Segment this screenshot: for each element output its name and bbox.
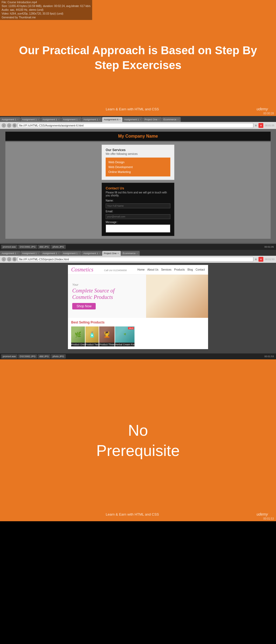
back-button[interactable]: ‹: [2, 123, 6, 128]
file-info: File: Course Introduction.mp4 Size: 1105…: [0, 0, 92, 20]
taskbar-photo[interactable]: photo.JPG: [51, 245, 66, 249]
slide1-footer: Learn & Earn with HTML and CSS udemy: [0, 107, 276, 111]
service-web-design: Web Design: [108, 160, 168, 165]
forward-button[interactable]: ›: [7, 123, 11, 128]
taskbar-1: promo4.wav DSC0082.JPG ddd.JPG photo.JPG…: [0, 244, 276, 250]
hero-image: [146, 275, 208, 318]
tab-assignment1-5[interactable]: Assignment 1×: [82, 117, 102, 122]
tab-assignment1-3[interactable]: Assignment 1×: [41, 117, 61, 122]
services-subtitle: We offer following services: [106, 152, 170, 155]
product-three-label: Product Three: [99, 343, 115, 346]
slide1-heading: Our Practical Approach is Based on Step …: [0, 43, 276, 73]
best-selling-title: Best Selling Products: [71, 321, 205, 324]
message-input[interactable]: [106, 224, 170, 233]
forward-button-2[interactable]: ›: [7, 257, 11, 261]
tab-project-one[interactable]: Project One×: [143, 117, 162, 122]
product-three-wrap: 💆 Product Three: [99, 326, 115, 346]
cosmetics-hero: Your Complete Source ofCosmetic Products…: [68, 275, 208, 318]
taskbar2-promo[interactable]: promo4.wav: [1, 354, 18, 359]
tab-assignment6[interactable]: Assignment 6×: [102, 117, 123, 122]
taskbar-dsc[interactable]: DSC0082.JPG: [18, 245, 37, 249]
product-two-wrap: 🧴 Product Two: [85, 326, 99, 346]
cosmetics-menu: Home About Us Services Products Blog Con…: [137, 268, 205, 271]
menu-blog[interactable]: Blog: [188, 268, 193, 271]
tab2-a2[interactable]: Assignment 1×: [20, 251, 41, 256]
bookmark-icon-2[interactable]: ★: [254, 257, 257, 261]
website-content-1: My Company Name Our Services We offer fo…: [0, 129, 276, 243]
browser-1: Assignment 1× Assignment 1× Assignment 1…: [0, 116, 276, 244]
products-grid: 🌿 Product One 🧴 Product Two 💆 Product Th…: [71, 326, 205, 346]
address-bar-2[interactable]: file:///F:/c/HTML-CSS/project-2/index.ht…: [18, 257, 253, 262]
browser2-tabs: Assignment 1× Assignment 1× Assignment 1…: [0, 250, 276, 256]
slide2-timestamp: 00:01:53: [263, 517, 274, 520]
browser1-tabs: Assignment 1× Assignment 1× Assignment 1…: [0, 116, 276, 122]
taskbar2-dsc[interactable]: DSC0082.JPG: [18, 354, 37, 359]
tab-ecommerce[interactable]: Ecommerce×: [162, 117, 181, 122]
tab-assignment1-2[interactable]: Assignment 1×: [20, 117, 41, 122]
slide2-heading: NoPrerequisite: [96, 420, 180, 461]
services-title: Our Services: [106, 148, 170, 152]
herbal-label: Herbal Cream For: [115, 343, 134, 346]
products-section: Best Selling Products 🌿 Product One 🧴 Pr…: [68, 318, 208, 349]
tab-assignment1-1[interactable]: Assignment 1×: [0, 117, 20, 122]
menu-products[interactable]: Products: [174, 268, 185, 271]
product-three-image: 💆: [99, 326, 115, 343]
close-button-2[interactable]: ✕: [258, 257, 263, 262]
email-input[interactable]: [106, 214, 170, 219]
taskbar-ddd[interactable]: ddd.JPG: [38, 245, 50, 249]
tab-assignment1-4[interactable]: Assignment 1×: [61, 117, 82, 122]
taskbar2-photo[interactable]: photo.JPG: [51, 354, 66, 359]
cosmetics-nav: Cosmetics Call Us! 0123456658 Home About…: [68, 265, 208, 275]
slide2-brand: udemy: [257, 512, 268, 516]
company-header: My Company Name: [5, 132, 271, 141]
sale-badge: SALE: [128, 327, 134, 329]
slide1-brand: udemy: [257, 107, 268, 111]
cosmetics-hero-left: Your Complete Source ofCosmetic Products…: [68, 275, 146, 318]
cosmetics-wrapper: Cosmetics Call Us! 0123456658 Home About…: [0, 263, 276, 352]
services-list: Web Design Web Development Online Market…: [106, 158, 170, 176]
taskbar2-time: 00:01:53: [264, 355, 275, 358]
browser-2: Assignment 1× Assignment 1× Assignment 1…: [0, 250, 276, 353]
taskbar2-ddd[interactable]: ddd.JPG: [38, 354, 50, 359]
tab2-project[interactable]: Project One×: [102, 251, 121, 256]
tab2-a1[interactable]: Assignment 1×: [0, 251, 20, 256]
browser1-timestamp: 00:01:05: [265, 124, 274, 127]
slide1-timestamp: 00:00:28: [263, 112, 274, 115]
taskbar1-time: 00:01:05: [264, 246, 275, 248]
tab2-a3[interactable]: Assignment 1×: [41, 251, 61, 256]
services-box: Our Services We offer following services…: [102, 145, 174, 180]
address-bar[interactable]: file:///F:/c/HTML-CSS/Assignments/assign…: [18, 123, 253, 128]
bookmark-icon[interactable]: ★: [254, 124, 257, 127]
close-button[interactable]: ✕: [258, 123, 263, 128]
product-one-wrap: 🌿 Product One: [71, 326, 85, 346]
taskbar-2: promo4.wav DSC0082.JPG ddd.JPG photo.JPG…: [0, 353, 276, 359]
shop-now-button[interactable]: Shop Now: [72, 303, 96, 309]
product-two-image: 🧴: [85, 326, 99, 343]
taskbar-promo[interactable]: promo4.wav: [1, 245, 18, 249]
tab2-ecommerce[interactable]: Ecommerce×: [121, 251, 140, 256]
hero-subtitle: Your: [72, 283, 142, 286]
menu-about[interactable]: About Us: [147, 268, 158, 271]
tab2-a5[interactable]: Assignment 1×: [82, 251, 102, 256]
menu-home[interactable]: Home: [137, 268, 145, 271]
refresh-button[interactable]: ↻: [12, 123, 17, 128]
tab2-a4[interactable]: Assignment 1×: [61, 251, 82, 256]
product-one-image: 🌿: [71, 326, 85, 343]
product-two-label: Product Two: [85, 343, 99, 346]
contact-box: Contact Us Please fill out this form and…: [102, 183, 174, 236]
name-input[interactable]: [106, 203, 170, 208]
contact-title: Contact Us: [106, 186, 170, 190]
slide-1: File: Course Introduction.mp4 Size: 1105…: [0, 0, 276, 116]
cosmetics-logo: Cosmetics: [71, 267, 93, 273]
taskbar1-right: 00:01:05: [264, 246, 275, 248]
menu-services[interactable]: Services: [161, 268, 171, 271]
website-body: Our Services We offer following services…: [5, 142, 271, 239]
tab-assignment1-6[interactable]: Assignment 1×: [123, 117, 143, 122]
cosmetics-hero-right: [146, 275, 208, 318]
menu-contact[interactable]: Contact: [196, 268, 205, 271]
back-button-2[interactable]: ‹: [2, 257, 6, 261]
browser1-nav: ‹ › ↻ file:///F:/c/HTML-CSS/Assignments/…: [0, 122, 276, 129]
hero-title: Complete Source ofCosmetic Products: [72, 287, 142, 300]
refresh-button-2[interactable]: ↻: [12, 257, 17, 261]
name-label: Name:: [106, 199, 170, 202]
